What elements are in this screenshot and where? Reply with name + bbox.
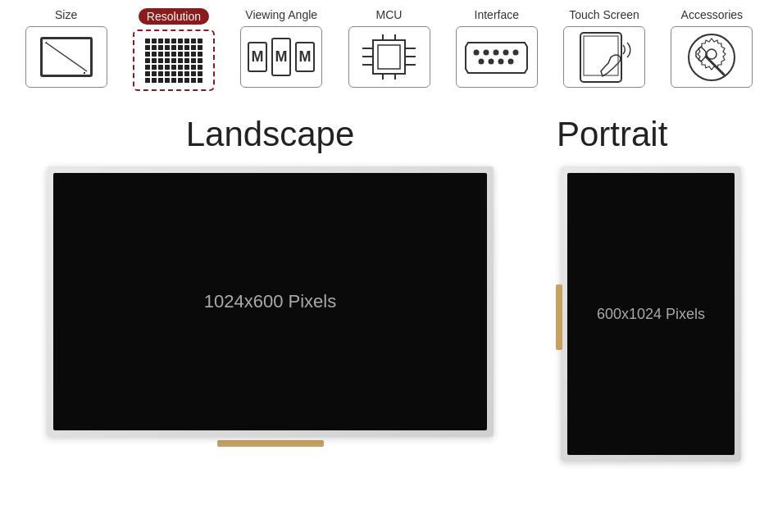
nav-icon-interface <box>456 26 538 88</box>
nav-icon-touch-screen <box>563 26 645 88</box>
landscape-connector-strip <box>217 440 324 447</box>
svg-text:M: M <box>252 48 264 65</box>
nav-item-accessories[interactable]: Accessories <box>662 8 762 88</box>
nav-label-accessories: Accessories <box>681 8 743 21</box>
accessories-icon <box>683 29 740 86</box>
resolution-icon <box>145 39 202 83</box>
nav-item-interface[interactable]: Interface <box>447 8 546 88</box>
nav-label-mcu: MCU <box>376 8 403 21</box>
landscape-resolution-text: 1024x600 Pixels <box>204 291 336 312</box>
nav-item-mcu[interactable]: MCU <box>339 8 439 88</box>
svg-rect-29 <box>580 33 621 82</box>
svg-point-22 <box>494 50 499 56</box>
portrait-screen-display: 600x1024 Pixels <box>567 173 735 455</box>
nav-label-viewing-angle: Viewing Angle <box>245 8 317 21</box>
touch-screen-icon <box>574 29 635 86</box>
nav-item-viewing-angle[interactable]: Viewing Angle M M M <box>232 8 331 88</box>
svg-point-28 <box>508 59 514 65</box>
main-content: Landscape 1024x600 Pixels Portrait 600x1… <box>0 115 778 462</box>
svg-rect-9 <box>378 45 400 69</box>
portrait-section: Portrait 600x1024 Pixels <box>548 115 753 462</box>
interface-icon <box>462 34 531 80</box>
svg-rect-0 <box>41 38 92 76</box>
landscape-screen-display: 1024x600 Pixels <box>53 173 487 430</box>
portrait-screen-frame: 600x1024 Pixels <box>561 166 741 462</box>
nav-icon-resolution <box>133 30 215 91</box>
svg-text:M: M <box>299 48 312 65</box>
size-icon <box>38 34 95 80</box>
mcu-icon <box>358 30 420 84</box>
svg-point-20 <box>474 50 480 56</box>
nav-item-size[interactable]: Size <box>16 8 116 88</box>
svg-point-31 <box>689 34 735 80</box>
svg-point-27 <box>498 59 504 65</box>
landscape-section: Landscape 1024x600 Pixels <box>25 115 516 462</box>
portrait-resolution-text: 600x1024 Pixels <box>597 306 705 323</box>
portrait-title: Portrait <box>557 115 667 154</box>
portrait-connector-strip <box>556 284 562 350</box>
nav-icon-accessories <box>671 26 753 88</box>
viewing-angle-icon: M M M <box>244 30 318 84</box>
svg-point-25 <box>479 59 485 65</box>
svg-point-24 <box>513 50 519 56</box>
svg-point-26 <box>489 59 494 65</box>
nav-label-interface: Interface <box>475 8 519 21</box>
svg-point-33 <box>707 49 717 59</box>
svg-line-1 <box>46 43 87 71</box>
nav-label-size: Size <box>55 8 77 21</box>
top-navigation: Size Resolution <box>0 0 778 115</box>
svg-text:M: M <box>275 48 288 65</box>
nav-icon-viewing-angle: M M M <box>240 26 322 88</box>
nav-label-touch-screen: Touch Screen <box>569 8 639 21</box>
nav-item-resolution[interactable]: Resolution <box>124 8 223 91</box>
landscape-screen-frame: 1024x600 Pixels <box>47 166 494 437</box>
nav-label-resolution: Resolution <box>139 8 209 25</box>
landscape-title: Landscape <box>186 115 355 154</box>
nav-icon-size <box>25 26 107 88</box>
svg-point-23 <box>503 50 509 56</box>
nav-item-touch-screen[interactable]: Touch Screen <box>554 8 653 88</box>
svg-point-21 <box>484 50 489 56</box>
svg-line-32 <box>706 57 724 75</box>
nav-icon-mcu <box>348 26 430 88</box>
